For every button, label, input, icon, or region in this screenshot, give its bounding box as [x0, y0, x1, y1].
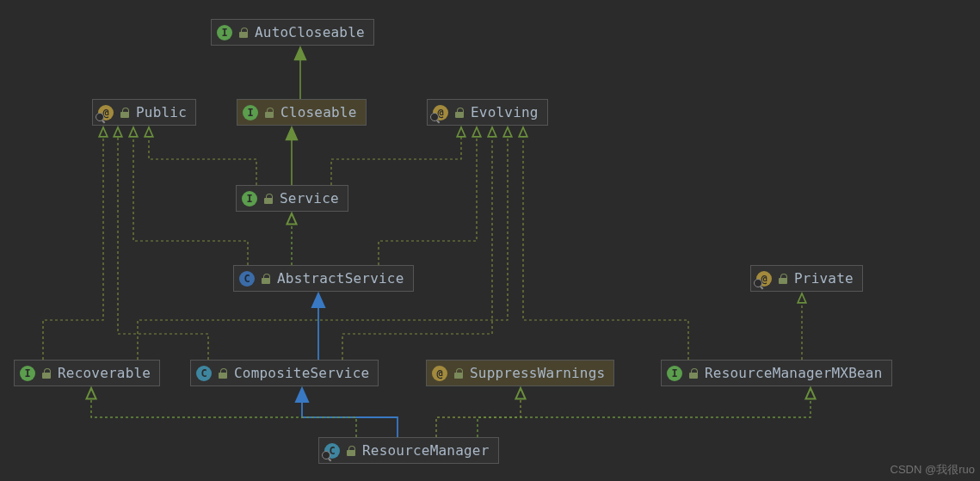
class-icon [196, 366, 212, 381]
node-label: Private [794, 270, 854, 287]
node-public[interactable]: Public [92, 99, 196, 126]
lock-icon [779, 274, 787, 284]
class-icon [324, 443, 340, 459]
lock-icon [42, 368, 51, 379]
node-recoverable[interactable]: Recoverable [14, 360, 160, 386]
node-label: Recoverable [58, 365, 151, 381]
lock-icon [264, 194, 273, 204]
node-suppresswarnings[interactable]: SuppressWarnings [426, 360, 614, 386]
lock-icon [454, 368, 463, 379]
node-abstractservice[interactable]: AbstractService [233, 265, 414, 292]
lock-icon [239, 28, 248, 38]
node-label: AutoCloseable [255, 24, 365, 40]
node-label: SuppressWarnings [470, 365, 605, 381]
node-closeable[interactable]: Closeable [237, 99, 367, 126]
node-service[interactable]: Service [236, 185, 348, 212]
annotation-icon [432, 366, 447, 381]
annotation-icon [98, 105, 114, 120]
lock-icon [265, 108, 274, 118]
lock-icon [262, 274, 270, 284]
node-autocloseable[interactable]: AutoCloseable [211, 19, 374, 46]
node-label: Closeable [280, 104, 357, 120]
annotation-icon [756, 271, 772, 287]
interface-icon [243, 105, 258, 120]
node-resourcemanagermxbean[interactable]: ResourceManagerMXBean [661, 360, 892, 386]
node-label: Service [280, 190, 339, 207]
node-private[interactable]: Private [750, 265, 863, 292]
node-label: CompositeService [234, 365, 369, 381]
node-resourcemanager[interactable]: ResourceManager [318, 437, 499, 464]
annotation-icon [433, 105, 448, 120]
lock-icon [689, 368, 698, 379]
node-label: Public [136, 104, 187, 120]
interface-icon [242, 191, 257, 207]
node-compositeservice[interactable]: CompositeService [190, 360, 379, 386]
lock-icon [455, 108, 464, 118]
class-hierarchy-diagram: AutoCloseable Public Closeable Evolving … [0, 0, 980, 481]
lock-icon [120, 108, 129, 118]
node-label: Evolving [471, 104, 539, 120]
watermark: CSDN @我很ruo [891, 462, 975, 478]
lock-icon [219, 368, 227, 379]
lock-icon [347, 446, 355, 456]
interface-icon [217, 25, 232, 40]
interface-icon [20, 366, 35, 381]
node-label: ResourceManager [362, 442, 490, 459]
node-evolving[interactable]: Evolving [427, 99, 548, 126]
interface-icon [667, 366, 682, 381]
abstract-class-icon [239, 271, 255, 287]
edge-layer [0, 0, 980, 481]
node-label: ResourceManagerMXBean [705, 365, 883, 381]
node-label: AbstractService [277, 270, 404, 287]
